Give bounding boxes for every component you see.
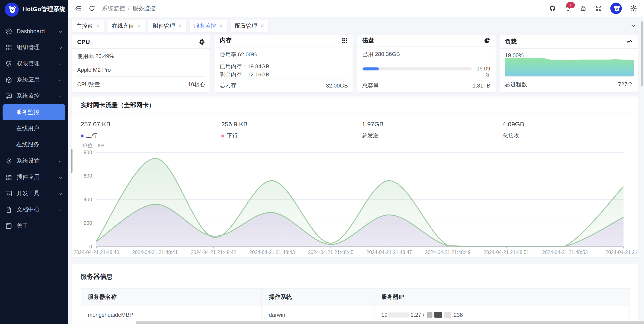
sidebar-item-system-apps[interactable]: 系统应用 bbox=[0, 72, 68, 88]
plugin-grid-icon bbox=[5, 174, 12, 181]
sidebar-item-docs[interactable]: 文档中心 bbox=[0, 201, 68, 218]
traffic-card-title: 实时网卡流量（全部网卡） bbox=[80, 101, 155, 109]
logo-row[interactable]: HotGo管理系统 bbox=[0, 0, 68, 19]
menu-fold-icon[interactable] bbox=[75, 5, 82, 12]
disk-used: 已用 280.36GB bbox=[362, 50, 490, 58]
chevron-down-icon bbox=[58, 175, 63, 179]
main-area: 系统监控 / 服务监控 1 bbox=[68, 0, 644, 324]
gauge-icon bbox=[5, 28, 12, 35]
about-frame-icon bbox=[5, 222, 12, 229]
svg-text:0: 0 bbox=[89, 244, 92, 249]
tab-label: 服务监控 bbox=[194, 22, 216, 30]
sidebar-item-permissions[interactable]: 权限管理 bbox=[0, 56, 68, 72]
sidebar-item-label: 系统设置 bbox=[17, 157, 54, 165]
col-os: 操作系统 bbox=[262, 288, 374, 306]
page-scrollbar-thumb[interactable] bbox=[641, 21, 643, 86]
load-card-title: 负载 bbox=[505, 38, 517, 46]
sidebar-item-label: 文档中心 bbox=[17, 206, 54, 213]
tab-close-icon[interactable]: ✕ bbox=[219, 24, 223, 28]
sidebar-item-label: 在线服务 bbox=[16, 141, 63, 149]
chevron-down-icon bbox=[58, 159, 63, 163]
sidebar-item-online-users[interactable]: 在线用户 bbox=[0, 120, 68, 137]
sidebar-item-label: 开发工具 bbox=[17, 190, 54, 197]
stat-label: 下行 bbox=[227, 132, 238, 140]
topbar-actions: 1 bbox=[549, 3, 637, 14]
memory-card-title: 内存 bbox=[220, 37, 232, 45]
stat-total-sent: 1.97GB 总发送 bbox=[355, 120, 496, 140]
grid-icon bbox=[5, 44, 12, 51]
breadcrumb-parent[interactable]: 系统监控 bbox=[102, 5, 125, 12]
cube-icon bbox=[5, 76, 12, 84]
traffic-chart[interactable]: 单位：KB02004006008002024-04-21 21:48:40202… bbox=[72, 143, 638, 257]
shield-check-icon bbox=[5, 60, 12, 67]
sidebar-item-label: 服务监控 bbox=[16, 108, 60, 116]
disk-card-title: 磁盘 bbox=[362, 37, 374, 44]
tab-attachments[interactable]: 附件管理 ✕ bbox=[149, 20, 186, 32]
svg-text:2024-04-21 21:48:51: 2024-04-21 21:48:51 bbox=[484, 249, 529, 255]
user-avatar[interactable] bbox=[610, 3, 622, 14]
svg-text:2024-04-21 21:48:43: 2024-04-21 21:48:43 bbox=[249, 249, 295, 255]
github-icon[interactable] bbox=[549, 5, 556, 12]
tab-config[interactable]: 配置管理 ✕ bbox=[231, 20, 268, 32]
notifications[interactable]: 1 bbox=[564, 5, 572, 12]
stat-upstream: 257.07 KB 上行 bbox=[74, 120, 214, 140]
tab-close-icon[interactable]: ✕ bbox=[260, 24, 264, 28]
sidebar-item-label: Dashboard bbox=[17, 28, 54, 34]
sidebar-item-dev-tools[interactable]: 开发工具 bbox=[0, 185, 68, 201]
sidebar-item-system-monitor[interactable]: 系统监控 bbox=[0, 88, 68, 104]
tab-close-icon[interactable]: ✕ bbox=[96, 24, 100, 28]
sidebar-item-about[interactable]: 关于 bbox=[0, 218, 68, 234]
chevron-down-icon bbox=[58, 207, 63, 212]
server-info-title: 服务器信息 bbox=[80, 273, 630, 281]
cpu-footer-value: 10核心 bbox=[188, 81, 205, 88]
svg-text:2024-04-21 21:48:49: 2024-04-21 21:48:49 bbox=[425, 249, 471, 255]
content-scrollbar-thumb[interactable] bbox=[71, 149, 72, 173]
stat-value: 256.9 KB bbox=[221, 120, 355, 128]
chevron-down-icon bbox=[58, 29, 63, 34]
tab-service-monitor[interactable]: 服务监控 ✕ bbox=[190, 20, 227, 32]
fullscreen-icon[interactable] bbox=[595, 5, 602, 12]
app-window: HotGo管理系统 Dashboard 组织管理 权限管理 系统应用 bbox=[0, 0, 644, 324]
sidebar-item-dashboard[interactable]: Dashboard bbox=[0, 23, 68, 39]
tab-online-recharge[interactable]: 在线充值 ✕ bbox=[108, 20, 145, 32]
chevron-down-icon bbox=[58, 45, 63, 50]
ip-redaction-block bbox=[434, 312, 442, 317]
sidebar-nav: Dashboard 组织管理 权限管理 系统应用 系统监控 bbox=[0, 19, 68, 324]
sidebar-item-system-settings[interactable]: 系统设置 bbox=[0, 153, 68, 169]
sidebar-item-organization[interactable]: 组织管理 bbox=[0, 39, 68, 56]
svg-text:800: 800 bbox=[84, 149, 92, 155]
top-bar: 系统监控 / 服务监控 1 bbox=[68, 0, 644, 17]
memory-free: 剩余内存：12.16GB bbox=[220, 71, 348, 79]
svg-text:600: 600 bbox=[84, 173, 92, 179]
sidebar-item-service-monitor[interactable]: 服务监控 bbox=[2, 104, 65, 120]
sidebar-item-online-services[interactable]: 在线服务 bbox=[0, 137, 68, 153]
tab-list-dropdown-icon[interactable] bbox=[630, 22, 637, 29]
chevron-up-icon bbox=[58, 94, 63, 98]
trend-line-icon bbox=[626, 38, 633, 45]
pie-chart-icon bbox=[484, 37, 490, 44]
table-header-row: 服务器名称 操作系统 服务器IP bbox=[81, 288, 629, 306]
traffic-stats-row: 257.07 KB 上行 256.9 KB 下行 1.97GB 总发送 4.09… bbox=[72, 114, 638, 140]
ip-redaction-block bbox=[444, 312, 451, 317]
gear-icon[interactable] bbox=[630, 5, 637, 12]
lock-icon[interactable] bbox=[580, 5, 587, 12]
stat-value: 257.07 KB bbox=[80, 120, 214, 128]
stat-label: 上行 bbox=[86, 132, 97, 140]
tab-close-icon[interactable]: ✕ bbox=[178, 24, 182, 28]
load-footer-value: 727个 bbox=[618, 81, 633, 88]
sidebar-item-plugins[interactable]: 插件应用 bbox=[0, 169, 68, 185]
svg-text:2024-04-21 21:48:42: 2024-04-21 21:48:42 bbox=[191, 249, 236, 255]
disk-footer-label: 总容量 bbox=[362, 82, 379, 90]
tab-dashboard[interactable]: 主控台 ✕ bbox=[72, 20, 104, 32]
tab-label: 配置管理 bbox=[235, 22, 257, 30]
load-sparkline bbox=[505, 56, 634, 76]
cpu-card-title: CPU bbox=[77, 38, 90, 45]
refresh-icon[interactable] bbox=[88, 5, 96, 12]
tab-close-icon[interactable]: ✕ bbox=[137, 24, 141, 28]
sidebar-item-label: 在线用户 bbox=[16, 125, 63, 132]
upstream-dot-icon bbox=[80, 134, 84, 137]
stat-value: 4.09GB bbox=[502, 120, 636, 128]
sidebar-item-label: 权限管理 bbox=[17, 60, 54, 68]
col-server-name: 服务器名称 bbox=[81, 288, 262, 306]
disk-percent: 15.09 % bbox=[475, 65, 490, 79]
